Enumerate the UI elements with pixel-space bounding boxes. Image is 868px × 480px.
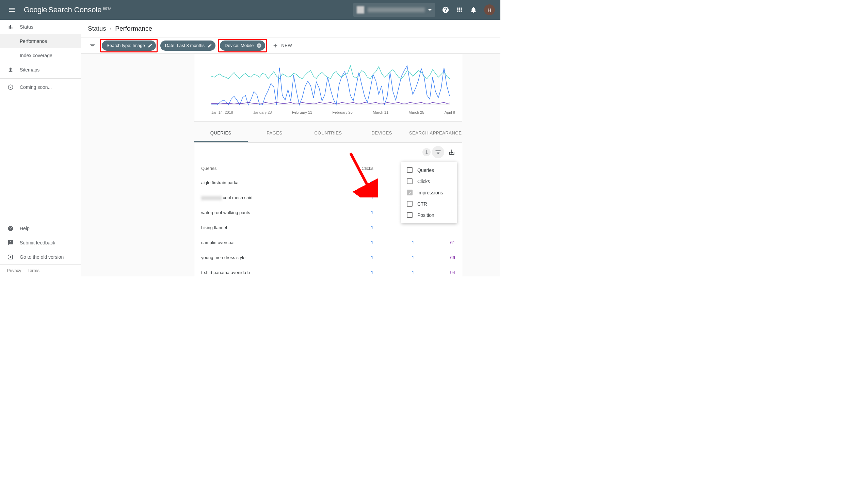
chart-xlabels: Jan 14, 2018January 28February 11Februar… <box>211 108 455 114</box>
tab-devices[interactable]: DEVICES <box>355 125 409 142</box>
download-button[interactable] <box>446 146 458 158</box>
col-clicks[interactable]: Clicks <box>333 166 373 171</box>
pos-cell: 61 <box>414 240 455 245</box>
apps-icon[interactable] <box>456 6 463 13</box>
sidebar-label: Help <box>20 226 30 231</box>
sidebar: Status Performance Index coverage Sitema… <box>0 20 81 276</box>
filter-option-clicks[interactable]: Clicks <box>401 176 457 187</box>
close-icon <box>256 43 262 48</box>
breadcrumb-parent[interactable]: Status <box>88 25 106 32</box>
hamburger-icon[interactable] <box>5 3 18 16</box>
checkbox[interactable] <box>407 167 413 173</box>
tab-queries[interactable]: QUERIES <box>194 125 248 142</box>
filter-count-badge: 1 <box>422 148 431 156</box>
plus-icon <box>272 43 278 49</box>
chip-date[interactable]: Date: Last 3 months <box>160 41 215 51</box>
sidebar-label: Coming soon... <box>20 84 52 90</box>
pos-cell <box>414 225 455 230</box>
edit-icon <box>148 43 152 48</box>
chip-label: Date: Last 3 months <box>165 43 205 48</box>
sidebar-label: Submit feedback <box>20 240 55 245</box>
upload-icon <box>7 67 14 73</box>
sidebar-label: Status <box>20 24 33 30</box>
clicks-cell: 1 <box>333 195 373 200</box>
query-cell: aigle firstrain parka <box>201 180 333 185</box>
tabs: QUERIESPAGESCOUNTRIESDEVICESSEARCH APPEA… <box>194 125 462 142</box>
table-card: 1 Queries Clicks Im aigle firstrain park… <box>194 142 462 276</box>
query-cell: t-shirt panama avenida b <box>201 270 333 275</box>
chart-xlabel: February 11 <box>292 110 312 114</box>
highlight-annotation: Search type: Image <box>100 39 158 52</box>
checkbox[interactable] <box>407 201 413 207</box>
chip-label: Device: Mobile <box>225 43 254 48</box>
help-icon[interactable] <box>442 6 449 14</box>
chevron-down-icon <box>428 9 432 11</box>
breadcrumb-current: Performance <box>115 25 152 32</box>
tab-countries[interactable]: COUNTRIES <box>301 125 355 142</box>
filter-option-queries[interactable]: Queries <box>401 164 457 176</box>
sidebar-item-status[interactable]: Status <box>0 20 81 34</box>
table-toolbar: 1 <box>194 143 462 162</box>
notifications-icon[interactable] <box>470 6 477 14</box>
privacy-link[interactable]: Privacy <box>7 268 21 273</box>
sidebar-item-old[interactable]: Go to the old version <box>0 250 81 264</box>
info-icon <box>7 84 14 90</box>
sidebar-item-index[interactable]: Index coverage <box>0 48 81 63</box>
sidebar-item-feedback[interactable]: Submit feedback <box>0 236 81 250</box>
imp-cell: 1 <box>373 255 414 260</box>
filter-icon <box>435 149 441 156</box>
sidebar-item-sitemaps[interactable]: Sitemaps <box>0 63 81 77</box>
checkbox[interactable] <box>407 178 413 184</box>
clicks-cell: 1 <box>333 270 373 275</box>
filter-option-label: Position <box>417 212 434 218</box>
checkbox[interactable] <box>407 212 413 218</box>
sidebar-label: Performance <box>20 38 47 44</box>
chart-xlabel: January 28 <box>253 110 272 114</box>
checkbox[interactable] <box>407 190 413 195</box>
clicks-cell: 1 <box>333 225 373 230</box>
property-name-redacted <box>368 7 425 12</box>
filter-option-ctr[interactable]: CTR <box>401 198 457 209</box>
chip-search-type[interactable]: Search type: Image <box>102 41 156 51</box>
query-cell: camplin overcoat <box>201 240 333 245</box>
filter-option-impressions[interactable]: Impressions <box>401 187 457 198</box>
table-row[interactable]: camplin overcoat1161 <box>194 235 462 250</box>
col-queries[interactable]: Queries <box>201 166 333 171</box>
sidebar-item-coming: Coming soon... <box>0 80 81 94</box>
property-selector[interactable] <box>353 3 435 17</box>
sidebar-footer: Privacy Terms <box>0 264 81 276</box>
exit-icon <box>7 254 14 260</box>
sidebar-item-help[interactable]: Help <box>0 221 81 236</box>
imp-cell: 1 <box>373 240 414 245</box>
clicks-cell: 1 <box>333 255 373 260</box>
clicks-cell: 1 <box>333 180 373 185</box>
chevron-right-icon: › <box>110 25 112 32</box>
avatar[interactable]: H <box>484 4 495 15</box>
pos-cell: 66 <box>414 255 455 260</box>
filter-bar: Search type: Image Date: Last 3 months D… <box>81 37 500 54</box>
chip-device[interactable]: Device: Mobile <box>220 41 265 51</box>
filter-option-position[interactable]: Position <box>401 209 457 221</box>
breadcrumb: Status › Performance <box>81 20 500 37</box>
table-row[interactable]: young men dress style1166 <box>194 250 462 265</box>
sidebar-item-performance[interactable]: Performance <box>0 34 81 48</box>
table-filter-button[interactable] <box>432 146 444 158</box>
sidebar-label: Sitemaps <box>20 67 39 73</box>
filter-option-label: Clicks <box>417 179 430 184</box>
chart-card: Jan 14, 2018January 28February 11Februar… <box>194 54 462 122</box>
table-row[interactable]: t-shirt panama avenida b1194 <box>194 265 462 276</box>
query-cell: young men dress style <box>201 255 333 260</box>
terms-link[interactable]: Terms <box>28 268 39 273</box>
new-filter-button[interactable]: NEW <box>270 43 295 49</box>
filter-icon[interactable] <box>88 41 97 50</box>
tab-search-appearance[interactable]: SEARCH APPEARANCE <box>408 125 462 142</box>
clicks-cell: 1 <box>333 210 373 215</box>
logo-product: Search Console <box>48 5 102 14</box>
sidebar-label: Go to the old version <box>20 254 64 260</box>
clicks-cell: 1 <box>333 240 373 245</box>
highlight-annotation: Device: Mobile <box>218 39 267 52</box>
main-content: Status › Performance Search type: Image … <box>81 20 500 276</box>
tab-pages[interactable]: PAGES <box>248 125 302 142</box>
chart-xlabel: Jan 14, 2018 <box>211 110 233 114</box>
chart-xlabel: February 25 <box>333 110 353 114</box>
